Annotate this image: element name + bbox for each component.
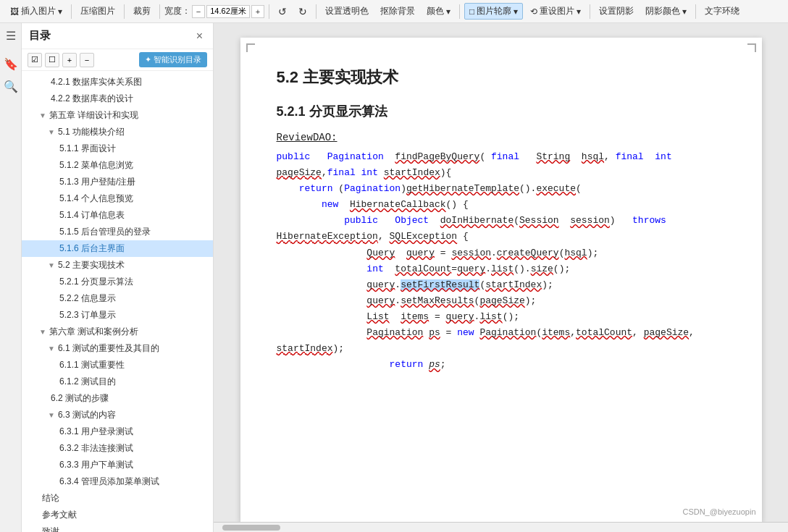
toc-item-20[interactable]: ▼6.3 测试的内容 (22, 407, 213, 423)
remove-bg-btn[interactable]: 抠除背景 (376, 4, 419, 19)
dropdown-arrow: ▾ (58, 7, 62, 17)
toc-toggle-2: ▼ (39, 111, 46, 119)
toc-item-3[interactable]: ▼5.1 功能模块介绍 (22, 124, 213, 140)
content-wrapper: 5.2 主要实现技术 5.2.1 分页显示算法 ReviewDAO: publi… (214, 23, 788, 532)
toolbar: 🖼 插入图片 ▾ 压缩图片 裁剪 宽度： − + ↺ ↻ 设置透明色 抠除背景 … (0, 0, 788, 23)
toc-item-19[interactable]: 6.2 测试的步骤 (22, 390, 213, 407)
toc-label-23: 6.3.3 用户下单测试 (59, 459, 133, 471)
toc-item-1[interactable]: 4.2.2 数据库表的设计 (22, 90, 213, 107)
code-line-10: query.setMaxResults(pageSize); (277, 293, 726, 309)
toc-item-6[interactable]: 5.1.3 用户登陆/注册 (22, 174, 213, 190)
crop-btn[interactable]: 裁剪 (129, 4, 155, 19)
toc-item-8[interactable]: 5.1.4 订单信息表 (22, 207, 213, 224)
toc-item-22[interactable]: 6.3.2 非法连接测试 (22, 440, 213, 457)
width-decrease-btn[interactable]: − (192, 5, 205, 18)
toc-label-3: 5.1 功能模块介绍 (58, 126, 125, 138)
content-scroll-area[interactable]: 5.2 主要实现技术 5.2.1 分页显示算法 ReviewDAO: publi… (214, 23, 788, 522)
ai-identify-btn[interactable]: ✦ 智能识别目录 (139, 52, 207, 67)
sidebar-close-btn[interactable]: × (193, 30, 206, 43)
toc-label-5: 5.1.2 菜单信息浏览 (59, 159, 133, 172)
bottom-scrollbar[interactable] (214, 522, 788, 532)
toc-item-10[interactable]: 5.1.6 后台主界面 (22, 240, 213, 257)
toc-item-21[interactable]: 6.3.1 用户登录测试 (22, 423, 213, 440)
toc-toggle-16: ▼ (48, 345, 55, 352)
toc-item-17[interactable]: 6.1.1 测试重要性 (22, 357, 213, 373)
toc-item-23[interactable]: 6.3.3 用户下单测试 (22, 457, 213, 473)
divider6 (459, 4, 460, 19)
code-block: public Pagination findPageByQuery( final… (277, 149, 726, 373)
toc-item-5[interactable]: 5.1.2 菜单信息浏览 (22, 157, 213, 174)
shadow-dropdown-icon: ▾ (682, 7, 687, 17)
toc-toggle-15: ▼ (39, 328, 46, 336)
scroll-thumb[interactable] (222, 525, 280, 531)
toc-label-21: 6.3.1 用户登录测试 (59, 426, 133, 438)
divider4 (269, 4, 269, 19)
search-icon[interactable]: 🔍 (4, 80, 18, 93)
toc-item-27[interactable]: 致谢 (22, 523, 213, 532)
reset-image-btn[interactable]: ⟲ 重设图片 ▾ (526, 4, 585, 19)
toc-item-12[interactable]: 5.2.1 分页显示算法 (22, 274, 213, 290)
sidebar-content: 目录 × ☑ ☐ + − ✦ 智能识别目录 4.2.1 数据库实体 (22, 23, 213, 532)
toc-label-22: 6.3.2 非法连接测试 (59, 442, 133, 455)
check-all-btn[interactable]: ☑ (28, 53, 42, 67)
set-transparent-btn[interactable]: 设置透明色 (321, 4, 373, 19)
toc-label-12: 5.2.1 分页显示算法 (59, 276, 133, 288)
toc-item-13[interactable]: 5.2.2 信息显示 (22, 290, 213, 307)
toc-item-2[interactable]: ▼第五章 详细设计和实现 (22, 107, 213, 124)
code-line-14: return ps; (277, 357, 726, 373)
outline-btn[interactable]: □ 图片轮廓 ▾ (464, 3, 523, 20)
code-line-2: pageSize,final int startIndex){ (277, 165, 726, 181)
rotate-left-btn[interactable]: ↺ (274, 3, 291, 20)
code-line-3: return (Pagination)getHibernateTemplate(… (277, 181, 726, 197)
code-line-4: new HibernateCallback() { (277, 197, 726, 213)
toc-item-16[interactable]: ▼6.1 测试的重要性及其目的 (22, 340, 213, 357)
toc-label-9: 5.1.5 后台管理员的登录 (59, 226, 151, 238)
bookmark-icon[interactable]: 🔖 (4, 57, 18, 71)
divider3 (159, 4, 160, 19)
toc-label-14: 5.2.3 订单显示 (59, 309, 116, 321)
toc-item-14[interactable]: 5.2.3 订单显示 (22, 307, 213, 324)
toc-label-20: 6.3 测试的内容 (58, 409, 116, 421)
corner-tr (747, 43, 756, 52)
toc-item-9[interactable]: 5.1.5 后台管理员的登录 (22, 224, 213, 240)
toc-item-26[interactable]: 参考文献 (22, 507, 213, 523)
toc-label-25: 结论 (42, 492, 59, 504)
toc-item-11[interactable]: ▼5.2 主要实现技术 (22, 257, 213, 274)
uncheck-btn[interactable]: ☐ (45, 53, 59, 67)
toc-item-15[interactable]: ▼第六章 测试和案例分析 (22, 324, 213, 340)
toc-label-6: 5.1.3 用户登陆/注册 (59, 176, 135, 188)
toc-item-0[interactable]: 4.2.1 数据库实体关系图 (22, 74, 213, 90)
toc-item-24[interactable]: 6.3.4 管理员添加菜单测试 (22, 473, 213, 490)
toc-label-17: 6.1.1 测试重要性 (59, 359, 125, 371)
rotate-right-btn[interactable]: ↻ (294, 3, 311, 20)
compress-image-btn[interactable]: 压缩图片 (76, 4, 120, 19)
divider8 (695, 4, 696, 19)
menu-icon[interactable]: ☰ (6, 29, 16, 43)
code-line-13: startIndex); (277, 341, 726, 357)
toc-item-4[interactable]: 5.1.1 界面设计 (22, 140, 213, 157)
toc-item-7[interactable]: 5.1.4 个人信息预览 (22, 190, 213, 207)
remove-item-btn[interactable]: − (80, 53, 94, 67)
color-btn[interactable]: 颜色 ▾ (422, 4, 455, 19)
toc-label-10: 5.1.6 后台主界面 (59, 242, 125, 255)
code-line-9: query.setFirstResult(startIndex); (277, 277, 726, 293)
code-line-1: public Pagination findPageByQuery( final… (277, 149, 726, 165)
text-wrap-btn[interactable]: 文字环绕 (700, 4, 744, 19)
width-input[interactable] (206, 5, 250, 18)
toc-toggle-20: ▼ (48, 411, 55, 419)
insert-image-btn[interactable]: 🖼 插入图片 ▾ (6, 4, 67, 19)
toc-item-25[interactable]: 结论 (22, 490, 213, 507)
width-increase-btn[interactable]: + (251, 5, 264, 18)
toc-label-11: 5.2 主要实现技术 (58, 259, 125, 271)
shadow-color-btn[interactable]: 阴影颜色 ▾ (641, 4, 691, 19)
toc-label-8: 5.1.4 订单信息表 (59, 209, 125, 221)
toc-item-18[interactable]: 6.1.2 测试目的 (22, 373, 213, 390)
sidebar-toolbar-left: ☑ ☐ + − (28, 53, 94, 67)
rotate-right-icon: ↻ (298, 6, 307, 17)
toc-label-2: 第五章 详细设计和实现 (49, 109, 138, 122)
toc-tree: 4.2.1 数据库实体关系图4.2.2 数据库表的设计▼第五章 详细设计和实现▼… (22, 71, 213, 532)
add-item-btn[interactable]: + (62, 53, 77, 67)
shadow-btn[interactable]: 设置阴影 (595, 4, 638, 19)
outline-dropdown-icon: ▾ (514, 7, 518, 17)
code-label: ReviewDAO: (277, 132, 726, 143)
